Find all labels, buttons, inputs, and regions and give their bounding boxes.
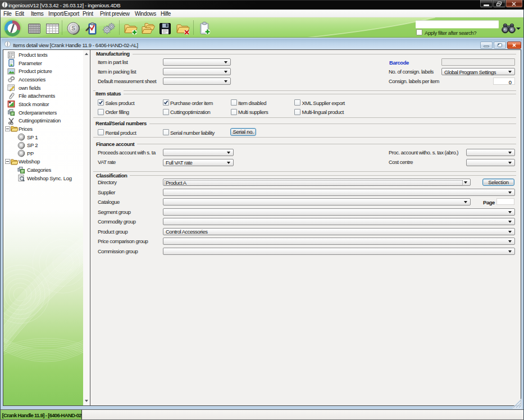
svg-text:S: S (71, 25, 75, 31)
